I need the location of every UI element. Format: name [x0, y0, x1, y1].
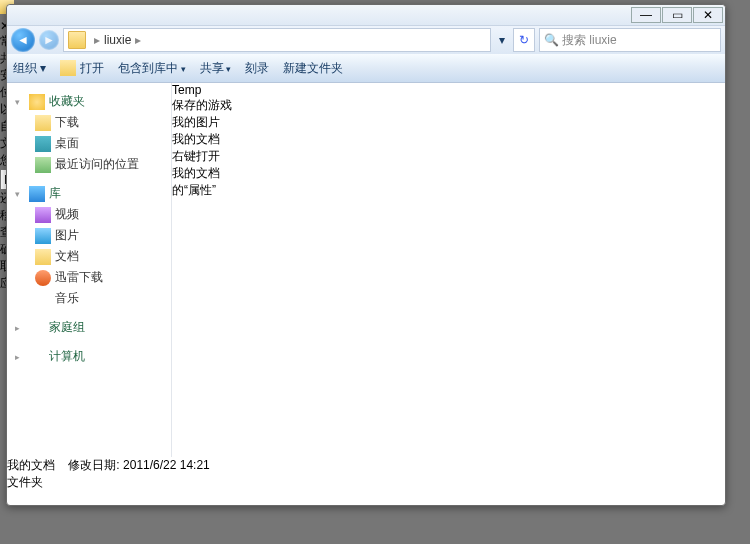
homegroup-icon — [29, 320, 45, 336]
arrow-left-icon: ◄ — [17, 33, 29, 47]
desktop-icon — [35, 136, 51, 152]
breadcrumb-segment[interactable]: liuxie — [104, 33, 131, 47]
close-button[interactable]: ✕ — [693, 7, 723, 23]
sidebar-item-downloads[interactable]: 下载 — [7, 112, 171, 133]
folder-label: 我的图片 — [172, 114, 232, 131]
details-mod-value: 2011/6/22 14:21 — [123, 458, 210, 472]
maximize-button[interactable]: ▭ — [662, 7, 692, 23]
file-list[interactable]: Temp 保存的游戏 我的图片 我的文档 右键打开 我的文档 的“属 — [172, 83, 232, 457]
folder-label: 我的文档 — [172, 131, 232, 148]
toolbar-share[interactable]: 共享 — [200, 60, 232, 77]
sidebar-homegroup[interactable]: ▸家庭组 — [7, 317, 171, 338]
toolbar-organize[interactable]: 组织 ▾ — [13, 60, 46, 77]
folder-label: 保存的游戏 — [172, 97, 232, 114]
sidebar-item-documents[interactable]: 文档 — [7, 246, 171, 267]
folder-item-selected[interactable]: 我的文档 — [172, 131, 232, 148]
details-name: 我的文档 — [7, 458, 55, 472]
explorer-window: — ▭ ✕ ◄ ► ▸ liuxie ▸ ▾ ↻ 🔍 搜索 liux — [6, 4, 726, 506]
sidebar-item-recent[interactable]: 最近访问的位置 — [7, 154, 171, 175]
arrow-right-icon: ► — [43, 33, 55, 47]
back-button[interactable]: ◄ — [11, 28, 35, 52]
refresh-button[interactable]: ↻ — [513, 28, 535, 52]
sidebar-favorites[interactable]: ▾收藏夹 — [7, 91, 171, 112]
toolbar: 组织 ▾ 打开 包含到库中 共享 刻录 新建文件夹 — [7, 54, 725, 83]
sidebar-libraries[interactable]: ▾库 — [7, 183, 171, 204]
annotation-text: 右键打开 我的文档 的“属性” — [172, 148, 232, 199]
details-pane: 我的文档 修改日期: 2011/6/22 14:21 文件夹 — [7, 457, 725, 491]
sidebar-item-pictures[interactable]: 图片 — [7, 225, 171, 246]
search-placeholder: 搜索 liuxie — [562, 32, 617, 49]
folder-item[interactable]: 保存的游戏 — [172, 97, 232, 114]
nav-row: ◄ ► ▸ liuxie ▸ ▾ ↻ 🔍 搜索 liuxie — [7, 26, 725, 54]
refresh-icon: ↻ — [519, 33, 529, 47]
music-icon — [35, 291, 51, 307]
forward-button[interactable]: ► — [39, 30, 59, 50]
thunder-icon — [35, 270, 51, 286]
folder-item[interactable]: Temp — [172, 83, 232, 97]
video-icon — [35, 207, 51, 223]
folder-label: Temp — [172, 83, 232, 97]
search-input[interactable]: 🔍 搜索 liuxie — [539, 28, 721, 52]
toolbar-newfolder[interactable]: 新建文件夹 — [283, 60, 343, 77]
sidebar-item-music[interactable]: 音乐 — [7, 288, 171, 309]
expand-icon: ▸ — [15, 323, 25, 333]
details-type: 文件夹 — [7, 474, 725, 491]
document-icon — [35, 249, 51, 265]
breadcrumb[interactable]: ▸ liuxie ▸ — [63, 28, 491, 52]
search-icon: 🔍 — [544, 33, 558, 47]
details-mod-label: 修改日期: — [68, 458, 119, 472]
folder-open-icon — [60, 60, 76, 76]
breadcrumb-sep: ▸ — [94, 33, 100, 47]
expand-icon: ▸ — [15, 352, 25, 362]
picture-icon — [35, 228, 51, 244]
collapse-icon: ▾ — [15, 189, 25, 199]
folder-item[interactable]: 我的图片 — [172, 114, 232, 131]
sidebar: ▾收藏夹 下载 桌面 最近访问的位置 ▾库 视频 图片 文档 迅雷下载 音乐 ▸… — [7, 83, 172, 457]
breadcrumb-sep: ▸ — [135, 33, 141, 47]
library-icon — [29, 186, 45, 202]
star-icon — [29, 94, 45, 110]
folder-icon — [68, 31, 86, 49]
recent-icon — [35, 157, 51, 173]
toolbar-burn[interactable]: 刻录 — [245, 60, 269, 77]
toolbar-open[interactable]: 打开 — [60, 60, 104, 77]
sidebar-computer[interactable]: ▸计算机 — [7, 346, 171, 367]
breadcrumb-dropdown[interactable]: ▾ — [495, 33, 509, 47]
computer-icon — [29, 349, 45, 365]
downloads-icon — [35, 115, 51, 131]
collapse-icon: ▾ — [15, 97, 25, 107]
sidebar-item-thunder[interactable]: 迅雷下载 — [7, 267, 171, 288]
minimize-button[interactable]: — — [631, 7, 661, 23]
window-titlebar: — ▭ ✕ — [7, 5, 725, 26]
sidebar-item-videos[interactable]: 视频 — [7, 204, 171, 225]
toolbar-include[interactable]: 包含到库中 — [118, 60, 186, 77]
sidebar-item-desktop[interactable]: 桌面 — [7, 133, 171, 154]
